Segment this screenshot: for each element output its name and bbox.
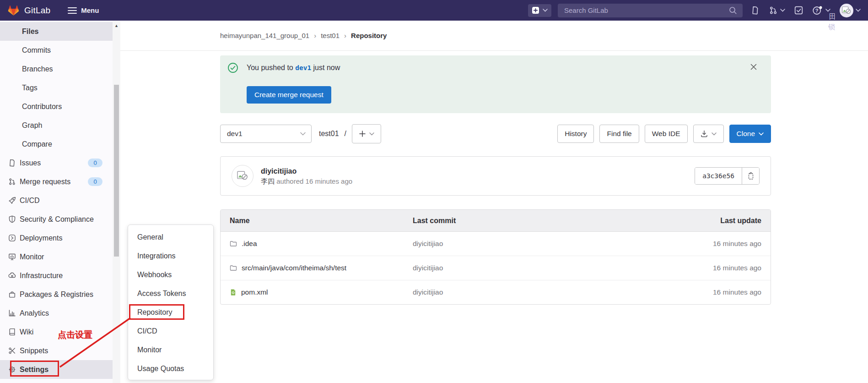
flyout-item-integrations[interactable]: Integrations [128, 246, 213, 265]
sidebar-item-cicd[interactable]: CI/CD [0, 191, 113, 210]
sidebar-item-analytics[interactable]: Analytics [0, 304, 113, 323]
table-header: Name Last commit Last update [221, 210, 771, 232]
branch-ref-link[interactable]: dev1 [295, 64, 311, 71]
menu-button[interactable]: Menu [68, 6, 99, 14]
row-commit-link[interactable]: diyicitijiao [413, 264, 443, 272]
sidebar-item-compare[interactable]: Compare [0, 135, 113, 153]
last-commit-card: diyicitijiao 李四 authored 16 minutes ago … [220, 156, 771, 196]
xml-file-icon [230, 289, 237, 296]
sidebar-item-graph[interactable]: Graph [0, 116, 113, 135]
file-link[interactable]: src/main/java/com/itheima/sh/test [242, 264, 346, 272]
issues-count-badge: 0 [88, 159, 102, 167]
row-commit-link[interactable]: diyicitijiao [413, 240, 443, 247]
sidebar-item-issues[interactable]: Issues 0 [0, 153, 113, 172]
create-merge-request-button[interactable]: Create merge request [247, 86, 331, 104]
flyout-item-cicd[interactable]: CI/CD [128, 322, 213, 340]
row-last-update: 16 minutes ago [642, 264, 771, 272]
file-link[interactable]: .idea [242, 240, 257, 248]
issues-nav-icon[interactable] [751, 6, 760, 15]
breadcrumb-project-link[interactable]: test01 [321, 32, 340, 39]
gitlab-repository-page: GitLab Menu [0, 0, 868, 383]
breadcrumb-current-page: Repository [351, 32, 387, 39]
download-icon [701, 130, 708, 137]
sidebar-scrollbar[interactable]: ▲ [113, 21, 120, 383]
chevron-down-icon [543, 9, 548, 12]
scroll-up-arrow[interactable]: ▲ [113, 23, 120, 28]
navbar-icon-group: ? [751, 4, 861, 17]
new-item-button[interactable] [528, 4, 551, 17]
todos-nav-icon[interactable] [794, 6, 803, 15]
table-row[interactable]: pom.xml diyicitijiao 16 minutes ago [221, 280, 771, 304]
table-row[interactable]: .idea diyicitijiao 16 minutes ago [221, 232, 771, 256]
plus-icon [359, 131, 366, 137]
sidebar-item-branches[interactable]: Branches [0, 60, 113, 78]
download-button[interactable] [693, 125, 724, 143]
commit-sha-group: a3c36e56 [695, 167, 760, 185]
alert-close-button[interactable] [750, 63, 757, 71]
top-navbar: GitLab Menu [0, 0, 868, 21]
sidebar-item-monitor[interactable]: Monitor [0, 247, 113, 266]
project-path[interactable]: test01 [319, 130, 339, 138]
avatar-alt-text-1: 田 [829, 12, 836, 21]
sidebar-item-tags[interactable]: Tags [0, 78, 113, 97]
sidebar-item-packages[interactable]: Packages & Registries [0, 285, 113, 304]
merge-requests-nav-icon[interactable] [769, 6, 785, 15]
chevron-down-icon [300, 132, 306, 136]
scrollbar-thumb[interactable] [114, 85, 119, 257]
breadcrumb-group-link[interactable]: heimayunpan_141_group_01 [220, 32, 309, 39]
gitlab-logo[interactable]: GitLab [7, 4, 50, 16]
hamburger-icon [68, 7, 77, 14]
find-file-button[interactable]: Find file [599, 125, 639, 143]
commit-message-link[interactable]: diyicitijiao [261, 166, 352, 176]
web-ide-button[interactable]: Web IDE [645, 125, 688, 143]
avatar-alt-text-2: 锁 [828, 23, 835, 32]
flyout-item-access-tokens[interactable]: Access Tokens [128, 284, 213, 303]
search-input[interactable] [563, 6, 729, 15]
sidebar-item-deployments[interactable]: Deployments [0, 229, 113, 247]
breadcrumb: heimayunpan_141_group_01 › test01 › Repo… [120, 21, 868, 51]
package-icon [6, 290, 17, 298]
row-commit-link[interactable]: diyicitijiao [413, 288, 443, 296]
sidebar-item-contributors[interactable]: Contributors [0, 97, 113, 116]
flyout-item-usage-quotas[interactable]: Usage Quotas [128, 359, 213, 378]
flyout-item-monitor[interactable]: Monitor [128, 340, 213, 359]
flyout-item-general[interactable]: General [128, 228, 213, 246]
help-nav-icon[interactable]: ? [812, 6, 830, 15]
search-icon [729, 6, 737, 15]
folder-icon [230, 240, 237, 247]
deployments-icon [6, 234, 17, 242]
sidebar-item-commits[interactable]: Commits [0, 41, 113, 60]
sidebar-item-infrastructure[interactable]: Infrastructure [0, 266, 113, 285]
add-file-dropdown[interactable] [352, 124, 381, 143]
sidebar-item-snippets[interactable]: Snippets [0, 341, 113, 360]
copy-sha-button[interactable] [742, 168, 759, 184]
commit-author-name[interactable]: 李四 [261, 177, 275, 185]
flyout-item-repository[interactable]: Repository [128, 303, 213, 322]
scissors-icon [6, 347, 17, 355]
sidebar-item-security[interactable]: Security & Compliance [0, 210, 113, 229]
header-last-update: Last update [642, 217, 771, 225]
sidebar-item-wiki[interactable]: Wiki [0, 323, 113, 341]
history-button[interactable]: History [557, 125, 594, 143]
flyout-item-webhooks[interactable]: Webhooks [128, 265, 213, 284]
commit-author-avatar [232, 165, 253, 187]
file-link[interactable]: pom.xml [241, 288, 268, 296]
settings-flyout-menu: General Integrations Webhooks Access Tok… [128, 224, 214, 380]
left-sidebar: Files Commits Branches Tags Contributors… [0, 21, 113, 383]
sidebar-item-files[interactable]: Files [0, 22, 113, 41]
branch-selector[interactable]: dev1 [220, 125, 312, 143]
sidebar-item-settings[interactable]: Settings [0, 360, 113, 379]
chevron-down-icon [759, 132, 764, 136]
clone-button[interactable]: Clone [729, 125, 771, 143]
user-menu[interactable] [840, 4, 861, 17]
folder-icon [230, 264, 237, 272]
book-icon [6, 328, 17, 336]
mr-count-badge: 0 [88, 177, 102, 186]
gear-icon [6, 366, 17, 373]
row-last-update: 16 minutes ago [642, 288, 771, 296]
row-last-update: 16 minutes ago [642, 240, 771, 248]
sidebar-item-merge-requests[interactable]: Merge requests 0 [0, 172, 113, 191]
push-success-alert: You pushed to dev1 just now Create merge… [220, 55, 771, 113]
table-row[interactable]: src/main/java/com/itheima/sh/test diyici… [221, 256, 771, 280]
rocket-icon [6, 197, 17, 204]
